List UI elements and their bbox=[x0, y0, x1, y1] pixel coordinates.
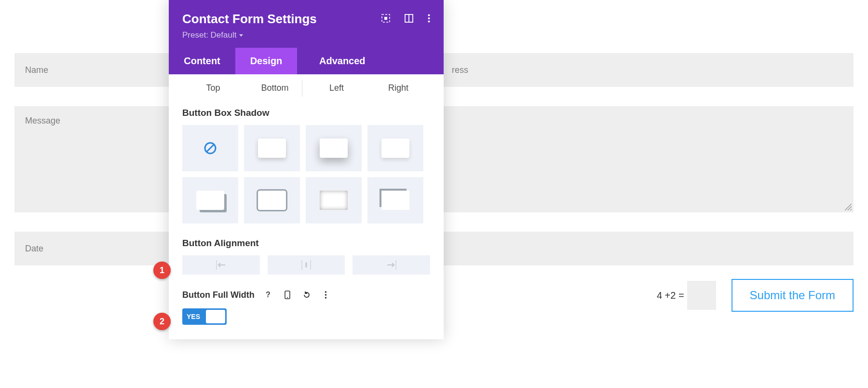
alignment-row bbox=[182, 255, 430, 275]
resize-handle-icon[interactable] bbox=[845, 204, 852, 210]
panel-body: Top Bottom Left Right Button Box Shadow … bbox=[169, 74, 444, 339]
annotation-badge-2: 2 bbox=[153, 313, 171, 330]
shadow-option-6[interactable] bbox=[306, 177, 362, 223]
annotation-badge-1: 1 bbox=[153, 262, 171, 279]
captcha-question: 4 +2 = bbox=[657, 290, 684, 301]
svg-point-16 bbox=[325, 291, 327, 293]
svg-point-4 bbox=[428, 14, 430, 16]
shadow-preview-icon bbox=[258, 191, 286, 210]
shadow-preview-icon bbox=[381, 191, 409, 210]
shadow-option-7[interactable] bbox=[367, 177, 423, 223]
preset-selector[interactable]: Preset: Default bbox=[182, 30, 430, 40]
padding-label-right: Right bbox=[367, 83, 429, 93]
shadow-grid bbox=[182, 125, 430, 223]
align-center-button[interactable] bbox=[268, 255, 345, 275]
options-icon[interactable] bbox=[319, 288, 333, 302]
none-icon bbox=[203, 141, 217, 155]
padding-label-left: Left bbox=[306, 83, 367, 93]
tab-design[interactable]: Design bbox=[235, 48, 297, 74]
shadow-option-4[interactable] bbox=[182, 177, 238, 223]
mobile-icon[interactable] bbox=[281, 288, 294, 302]
svg-point-5 bbox=[428, 17, 430, 19]
padding-labels: Top Bottom Left Right bbox=[182, 83, 430, 93]
align-center-icon bbox=[300, 261, 312, 269]
align-right-button[interactable] bbox=[353, 255, 430, 275]
panel-header: Contact Form Settings Preset: Default bbox=[169, 0, 444, 48]
align-left-button[interactable] bbox=[182, 255, 260, 275]
full-width-row: Button Full Width ? bbox=[182, 288, 430, 302]
svg-rect-12 bbox=[306, 263, 307, 267]
toggle-knob bbox=[206, 310, 225, 323]
padding-divider bbox=[302, 80, 302, 97]
svg-point-18 bbox=[325, 297, 327, 299]
tab-advanced[interactable]: Advanced bbox=[297, 48, 444, 74]
shadow-option-1[interactable] bbox=[244, 125, 300, 171]
align-left-icon bbox=[215, 261, 227, 269]
captcha-input[interactable] bbox=[687, 281, 716, 310]
panel-title: Contact Form Settings bbox=[182, 12, 317, 27]
section-alignment-title: Button Alignment bbox=[182, 238, 430, 249]
toggle-yes-label: YES bbox=[184, 313, 204, 320]
padding-label-bottom: Bottom bbox=[244, 83, 306, 93]
shadow-option-2[interactable] bbox=[306, 125, 362, 171]
shadow-option-none[interactable] bbox=[182, 125, 238, 171]
shadow-preview-icon bbox=[320, 139, 348, 158]
svg-rect-1 bbox=[384, 17, 387, 20]
svg-line-8 bbox=[206, 144, 214, 152]
padding-label-top: Top bbox=[182, 83, 244, 93]
full-width-toggle[interactable]: YES bbox=[182, 308, 227, 325]
full-width-label: Button Full Width bbox=[182, 290, 255, 300]
shadow-preview-icon bbox=[381, 139, 409, 158]
preset-label: Preset: Default bbox=[182, 30, 236, 40]
chevron-down-icon bbox=[239, 34, 243, 37]
shadow-preview-icon bbox=[320, 191, 348, 210]
message-field-label: Message bbox=[25, 116, 60, 126]
section-box-shadow-title: Button Box Shadow bbox=[182, 108, 430, 118]
panel-tabs: Content Design Advanced bbox=[169, 48, 444, 74]
settings-panel: Contact Form Settings Preset: Default Co… bbox=[169, 0, 444, 339]
svg-point-17 bbox=[325, 294, 327, 296]
panel-layout-icon[interactable] bbox=[405, 14, 413, 25]
help-icon[interactable]: ? bbox=[261, 288, 275, 302]
align-right-icon bbox=[385, 261, 398, 269]
shadow-preview-icon bbox=[258, 139, 286, 158]
svg-point-6 bbox=[428, 20, 430, 22]
email-field[interactable]: ress bbox=[441, 53, 854, 87]
shadow-option-5[interactable] bbox=[244, 177, 300, 223]
reset-icon[interactable] bbox=[300, 288, 313, 302]
shadow-preview-icon bbox=[196, 191, 224, 210]
submit-button[interactable]: Submit the Form bbox=[732, 279, 854, 312]
captcha: 4 +2 = bbox=[657, 281, 716, 310]
expand-icon[interactable] bbox=[381, 14, 390, 25]
shadow-option-3[interactable] bbox=[367, 125, 423, 171]
more-icon[interactable] bbox=[428, 14, 430, 25]
svg-point-15 bbox=[287, 297, 288, 298]
tab-content[interactable]: Content bbox=[169, 48, 235, 74]
